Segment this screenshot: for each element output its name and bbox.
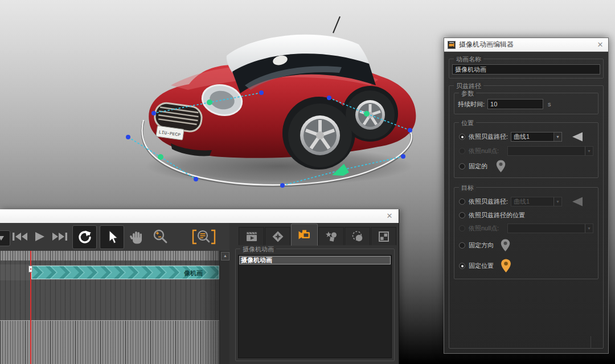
front-wheel-arch [282,97,355,169]
loop-icon [77,230,92,245]
handle-point [126,135,130,139]
direction-pin-icon-gray[interactable] [501,239,510,252]
target-follow-null-label: 依照null点: [469,224,507,233]
tab-layout-quad[interactable] [371,227,396,245]
timeline-close-icon[interactable]: ✕ [385,212,394,221]
license-plate [156,126,184,140]
skip-to-end-button[interactable] [50,230,69,243]
camera-animation-clip[interactable]: 像机画 [31,266,219,279]
target-follow-bezier-label: 依照贝兹路径: [469,197,511,206]
clip-board-icon [245,230,258,243]
editor-title: 摄像机动画编辑器 [459,40,596,49]
scroll-up-button[interactable]: ▲ [221,252,229,260]
position-label: 位置 [459,119,476,127]
tab-shape-set[interactable] [318,227,344,245]
play-button[interactable] [32,230,47,243]
animation-list[interactable]: 摄像机动画 [238,255,392,358]
handle-point [408,128,412,133]
tangent-handle-line [128,137,161,157]
target-curve-dropdown: 曲线1 ▼ [511,197,562,206]
position-fixed-radio[interactable] [459,163,465,169]
position-follow-bezier-radio[interactable] [459,134,465,140]
dropdown-arrow-icon: ▼ [554,133,561,141]
position-pin-icon-gray[interactable] [496,160,506,173]
target-fixed-direction-label: 固定方向 [469,241,501,250]
clip-start-marker[interactable] [28,266,32,272]
car-windows [232,53,376,93]
animation-name-input[interactable]: 摄像机动画 [452,64,600,75]
tab-clip-board[interactable] [239,227,264,245]
animation-name-label: 动画名称 [454,55,483,64]
tangent-handle-line [367,114,410,130]
shape-set-icon [325,230,338,243]
tangent-handle-line [210,93,261,102]
target-null-dropdown: ▼ [507,224,593,233]
dropdown-arrow-icon: ▼ [585,224,593,233]
flip-direction-button[interactable] [571,131,584,142]
car-roof [227,35,369,73]
editor-close-icon[interactable]: ✕ [596,40,605,49]
material-sphere-icon [351,230,364,243]
rear-wheel-arch [342,86,398,142]
tab-camera-animation[interactable] [291,224,318,246]
duration-label: 持续时间: [458,100,485,109]
skip-to-start-icon [11,231,28,242]
position-pin-icon-orange[interactable] [501,259,511,273]
pan-hand-icon [130,229,144,244]
car-intake [171,143,212,156]
editor-titlebar[interactable]: 摄像机动画编辑器 ✕ [444,38,608,52]
layout-quad-icon [378,230,390,243]
list-item-camera-animation[interactable]: 摄像机动画 [239,256,391,264]
timeline-toolbar [0,223,229,251]
animation-tab-strip [239,224,396,246]
zoom-plus-minus-icon [153,229,169,245]
target-fixed-direction-radio[interactable] [459,242,465,249]
handle-point [280,183,285,188]
position-follow-bezier-label: 依照贝兹路径: [469,133,511,141]
target-group: 目标 依照贝兹路径: 曲线1 ▼ 依照贝兹路径的位置 [454,187,598,279]
timeline-scrollbar[interactable]: ▲ [219,251,230,364]
loop-button[interactable] [72,225,97,249]
tangent-handle-line [282,169,343,185]
anchor-point [158,154,163,160]
tab-material-sphere[interactable] [345,227,370,245]
path-curve-shadow [142,121,412,186]
play-icon [33,231,46,242]
camera-animation-group: 摄像机动画 摄像机动画 [235,249,395,361]
tangent-handle-line [154,102,210,113]
position-curve-dropdown[interactable]: 曲线1 ▼ [511,132,562,142]
duration-input[interactable]: 10 [487,99,543,109]
handle-point [151,111,156,115]
handle-point [259,90,264,95]
car-headlight [199,81,244,118]
position-follow-null-radio [459,148,465,154]
zoom-plus-minus-button[interactable] [151,229,170,245]
car-shadow [145,147,413,185]
camera-icon [298,228,311,242]
position-fixed-label: 固定的 [469,162,496,171]
timeline-titlebar[interactable]: ✕ [0,209,399,224]
params-group: 参数 持续时间: 10 s [454,93,598,114]
frame-search-button[interactable] [190,228,218,245]
target-follow-bezier-radio[interactable] [459,198,465,205]
handle-point [194,177,198,181]
pan-hand-button[interactable] [129,229,145,245]
handle-point [401,154,405,159]
position-group: 位置 依照贝兹路径: 曲线1 ▼ 依照null点: [454,122,598,178]
car-antenna [333,16,340,33]
bezier-curve [142,120,412,185]
select-cursor-button[interactable] [100,225,124,249]
target-label: 目标 [459,184,476,192]
editor-window-icon [448,41,456,49]
options-flag-button[interactable] [0,230,10,246]
flip-direction-button-disabled [571,196,584,207]
target-fixed-position-radio[interactable] [459,263,465,269]
camera-position-marker [332,164,349,176]
timeline-ruler[interactable] [0,251,219,261]
car-grille [153,102,203,133]
skip-to-start-button[interactable] [10,230,30,243]
tab-variant-diamond[interactable] [265,227,290,245]
timeline-overview-area[interactable] [0,320,219,364]
panel-resize-grip[interactable] [591,336,591,349]
target-follow-bezier-pos-radio[interactable] [459,212,465,218]
